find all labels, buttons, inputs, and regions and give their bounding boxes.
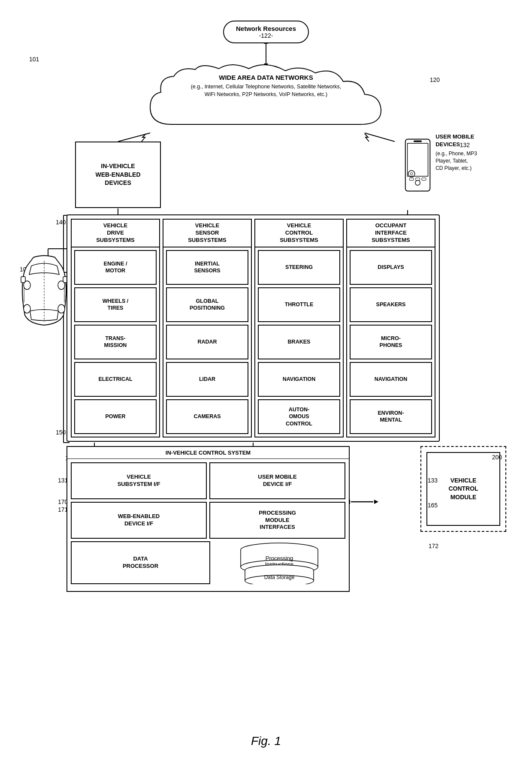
autonomous-control-item: AUTON-OMOUSCONTROL xyxy=(258,399,340,434)
svg-point-43 xyxy=(58,305,65,313)
ref-140: 140 xyxy=(56,219,66,226)
vehicle-drive-items: ENGINE /MOTOR WHEELS /TIRES TRANS-MISSIO… xyxy=(72,247,159,437)
storage-cylinder-svg: Processing Instructions Data Storage xyxy=(236,541,322,584)
storage-cell: Processing Instructions Data Storage xyxy=(213,541,345,584)
vehicle-subsystem-if-cell: VEHICLESUBSYSTEM I/F xyxy=(71,462,207,499)
navigation-control-item: NAVIGATION xyxy=(258,362,340,397)
occupant-interface-header: OCCUPANTINTERFACESUBSYSTEMS xyxy=(347,220,435,247)
electrical-item: ELECTRICAL xyxy=(74,362,157,397)
ref-120: 120 xyxy=(430,76,440,83)
displays-item: DISPLAYS xyxy=(350,250,432,285)
global-positioning-item: GLOBALPOSITIONING xyxy=(166,287,248,322)
control-row-1: VEHICLESUBSYSTEM I/F USER MOBILEDEVICE I… xyxy=(71,462,345,499)
engine-motor-item: ENGINE /MOTOR xyxy=(74,250,157,285)
vehicle-control-module-inner: VEHICLECONTROLMODULE xyxy=(426,452,500,526)
columns-container: VEHICLEDRIVESUBSYSTEMS ENGINE /MOTOR WHE… xyxy=(67,215,439,441)
occupant-interface-items: DISPLAYS SPEAKERS MICRO-PHONES NAVIGATIO… xyxy=(347,247,435,437)
car-svg xyxy=(21,253,68,330)
control-system-box: IN-VEHICLE CONTROL SYSTEM VEHICLESUBSYST… xyxy=(66,446,350,592)
control-inner: VEHICLESUBSYSTEM I/F USER MOBILEDEVICE I… xyxy=(67,459,349,588)
microphones-item: MICRO-PHONES xyxy=(350,325,432,359)
vehicle-sensor-column: VEHICLESENSORSUBSYSTEMS INERTIALSENSORS … xyxy=(163,219,252,437)
svg-text:Data Storage: Data Storage xyxy=(264,574,294,580)
network-resources-title: Network Resources xyxy=(234,25,298,32)
inertial-sensors-item: INERTIALSENSORS xyxy=(166,250,248,285)
brakes-item: BRAKES xyxy=(258,325,340,359)
invehicle-web-enabled-box: IN-VEHICLEWEB-ENABLEDDEVICES xyxy=(75,142,161,208)
svg-point-42 xyxy=(24,305,30,313)
main-vehicle-box: VEHICLEDRIVESUBSYSTEMS ENGINE /MOTOR WHE… xyxy=(66,214,440,442)
svg-rect-26 xyxy=(405,139,430,191)
vehicle-drive-header: VEHICLEDRIVESUBSYSTEMS xyxy=(72,220,159,247)
svg-marker-18 xyxy=(374,500,378,504)
radar-item: RADAR xyxy=(166,325,248,359)
mobile-devices-text: USER MOBILE DEVICES (e.g., Phone, MP3Pla… xyxy=(435,133,498,172)
cloud-text: WIDE AREA DATA NETWORKS (e.g., Internet,… xyxy=(146,73,386,99)
network-resources-ref: -122- xyxy=(234,32,298,39)
lidar-item: LIDAR xyxy=(166,362,248,397)
cloud-subtitle: (e.g., Internet, Cellular Telephone Netw… xyxy=(146,83,386,91)
power-item: POWER xyxy=(74,399,157,434)
mobile-devices-box: USER MOBILE DEVICES (e.g., Phone, MP3Pla… xyxy=(403,133,498,210)
cameras-item: CAMERAS xyxy=(166,399,248,434)
mobile-devices-subtitle: (e.g., Phone, MP3Player, Tablet,CD Playe… xyxy=(435,150,498,172)
user-mobile-device-if-cell: USER MOBILEDEVICE I/F xyxy=(209,462,345,499)
processing-module-interfaces-cell: PROCESSINGMODULEINTERFACES xyxy=(209,502,345,539)
ref-150: 150 xyxy=(56,429,66,436)
data-processor-cell: DATAPROCESSOR xyxy=(71,541,210,584)
cloud-shape: WIDE AREA DATA NETWORKS (e.g., Internet,… xyxy=(133,64,399,135)
vehicle-control-module-box: VEHICLECONTROLMODULE xyxy=(420,446,506,532)
svg-point-41 xyxy=(58,281,65,290)
vehicle-control-items: STEERING THROTTLE BRAKES NAVIGATION AUTO… xyxy=(255,247,343,437)
mobile-phone-icon xyxy=(403,137,432,193)
car-outline xyxy=(21,253,68,330)
vehicle-control-header: VEHICLECONTROLSUBSYSTEMS xyxy=(255,220,343,247)
cloud-subtitle2: WiFi Networks, P2P Networks, VoIP Networ… xyxy=(146,90,386,99)
environmental-item: ENVIRON-MENTAL xyxy=(350,399,432,434)
ref-101: 101 xyxy=(29,56,39,63)
mobile-devices-title: USER MOBILE DEVICES xyxy=(435,133,498,148)
vehicle-control-column: VEHICLECONTROLSUBSYSTEMS STEERING THROTT… xyxy=(254,219,344,437)
occupant-interface-column: OCCUPANTINTERFACESUBSYSTEMS DISPLAYS SPE… xyxy=(346,219,435,437)
vehicle-drive-column: VEHICLEDRIVESUBSYSTEMS ENGINE /MOTOR WHE… xyxy=(71,219,160,437)
control-system-title: IN-VEHICLE CONTROL SYSTEM xyxy=(67,447,349,459)
invehicle-web-enabled-text: IN-VEHICLEWEB-ENABLEDDEVICES xyxy=(96,162,141,187)
svg-text:Processing: Processing xyxy=(265,555,293,561)
navigation-occ-item: NAVIGATION xyxy=(350,362,432,397)
wheels-tires-item: WHEELS /TIRES xyxy=(74,287,157,322)
speakers-item: SPEAKERS xyxy=(350,287,432,322)
network-resources-box: Network Resources -122- xyxy=(223,21,309,43)
control-row-3: DATAPROCESSOR Processing Instructions xyxy=(71,541,345,584)
fig-label: Fig. 1 xyxy=(251,734,281,748)
transmission-item: TRANS-MISSION xyxy=(74,325,157,359)
svg-point-40 xyxy=(24,281,30,290)
vehicle-sensor-items: INERTIALSENSORS GLOBALPOSITIONING RADAR … xyxy=(163,247,251,437)
control-row-2: WEB-ENABLEDDEVICE I/F PROCESSINGMODULEIN… xyxy=(71,502,345,539)
steering-item: STEERING xyxy=(258,250,340,285)
cloud-main-title: WIDE AREA DATA NETWORKS xyxy=(146,73,386,83)
vehicle-sensor-header: VEHICLESENSORSUBSYSTEMS xyxy=(163,220,251,247)
throttle-item: THROTTLE xyxy=(258,287,340,322)
ref-172: 172 xyxy=(429,543,438,549)
diagram: 101 120 130 132 140 150 141 131 170 171 … xyxy=(0,0,532,760)
svg-rect-29 xyxy=(414,140,422,142)
web-enabled-device-if-cell: WEB-ENABLEDDEVICE I/F xyxy=(71,502,207,539)
